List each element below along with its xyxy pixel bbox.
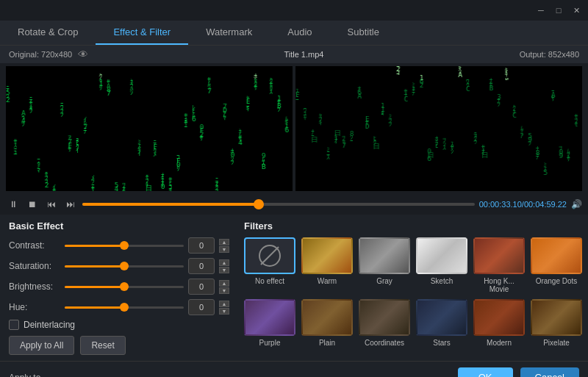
hue-spinner[interactable]: ▲ ▼	[219, 301, 229, 315]
filter-warm-label: Warm	[318, 277, 337, 285]
filters-grid: No effect Warm Gray Sketch Hong K... Mov…	[244, 237, 582, 347]
contrast-label: Contrast:	[9, 240, 60, 251]
filter-gray-label: Gray	[376, 277, 392, 285]
tab-subtitle[interactable]: Subtitle	[330, 21, 397, 45]
contrast-row: Contrast: 0 ▲ ▼	[9, 237, 229, 254]
filter-orange-dots-thumb	[531, 237, 582, 274]
filter-hongk-thumb	[473, 237, 525, 274]
ok-button[interactable]: OK	[458, 367, 513, 377]
tab-audio[interactable]: Audio	[270, 21, 329, 45]
preview-video-panel	[295, 66, 582, 191]
filter-hongk-movie[interactable]: Hong K... Movie	[473, 237, 525, 293]
filter-pixelate-thumb	[531, 299, 582, 336]
eye-icon[interactable]: 👁	[78, 49, 88, 60]
apply-to-section: Apply to	[9, 373, 40, 378]
maximize-button[interactable]: □	[553, 4, 564, 16]
filter-pixelate-label: Pixelate	[543, 339, 570, 347]
brightness-label: Brightness:	[9, 281, 60, 292]
deinterlacing-checkbox[interactable]	[9, 320, 19, 330]
apply-to-label: Apply to	[9, 373, 40, 378]
hue-up[interactable]: ▲	[219, 301, 229, 307]
close-button[interactable]: ✕	[570, 4, 582, 16]
original-size-label: Original: 720x480	[9, 50, 72, 59]
filter-plain[interactable]: Plain	[301, 299, 353, 347]
bottom-section: Basic Effect Contrast: 0 ▲ ▼ Saturation:…	[0, 215, 588, 361]
contrast-down[interactable]: ▼	[219, 246, 229, 253]
cancel-button[interactable]: Cancel	[520, 367, 579, 377]
saturation-label: Saturation:	[9, 261, 60, 271]
volume-icon[interactable]: 🔊	[571, 199, 582, 209]
filter-warm[interactable]: Warm	[301, 237, 353, 293]
tab-effect-filter[interactable]: Effect & Filter	[96, 21, 188, 45]
filter-plain-thumb	[301, 299, 353, 336]
tab-rotate-crop[interactable]: Rotate & Crop	[0, 21, 96, 45]
progress-fill	[82, 203, 259, 206]
filters-title: Filters	[244, 220, 582, 231]
contrast-slider[interactable]	[65, 245, 184, 247]
minimize-button[interactable]: ─	[535, 4, 547, 16]
hue-down[interactable]: ▼	[219, 308, 229, 315]
saturation-down[interactable]: ▼	[219, 267, 229, 273]
original-video-panel	[6, 66, 293, 191]
tab-bar: Rotate & Crop Effect & Filter Watermark …	[0, 21, 588, 46]
playback-bar: ⏸ ⏹ ⏮ ⏭ 00:00:33.10/00:04:59.22 🔊	[0, 194, 588, 215]
next-button[interactable]: ⏭	[63, 197, 78, 212]
saturation-spinner[interactable]: ▲ ▼	[219, 259, 229, 273]
filter-warm-thumb	[301, 237, 353, 274]
tab-watermark[interactable]: Watermark	[188, 21, 270, 45]
deinterlacing-label: Deinterlacing	[24, 320, 75, 330]
time-display: 00:00:33.10/00:04:59.22	[479, 200, 567, 209]
filter-purple-label: Purple	[259, 339, 281, 347]
stop-button[interactable]: ⏹	[25, 197, 40, 212]
filter-modern[interactable]: Modern	[473, 299, 525, 347]
brightness-down[interactable]: ▼	[219, 287, 229, 294]
filter-sketch-label: Sketch	[431, 277, 453, 285]
basic-effect-panel: Basic Effect Contrast: 0 ▲ ▼ Saturation:…	[9, 220, 229, 355]
action-buttons: Apply to All Reset	[9, 336, 229, 355]
brightness-spinner[interactable]: ▲ ▼	[219, 280, 229, 294]
filter-gray[interactable]: Gray	[359, 237, 410, 293]
filter-no-effect-thumb	[244, 237, 295, 274]
saturation-up[interactable]: ▲	[219, 259, 229, 266]
filter-gray-thumb	[359, 237, 410, 274]
bottom-bar: Apply to OK Cancel	[0, 361, 588, 377]
progress-track[interactable]	[82, 203, 475, 206]
filter-no-effect-label: No effect	[255, 277, 284, 285]
filter-modern-thumb	[473, 299, 525, 336]
filter-stars-thumb	[416, 299, 467, 336]
reset-button[interactable]: Reset	[80, 336, 125, 355]
video-header: Original: 720x480 👁 Title 1.mp4 Output: …	[0, 46, 588, 63]
filter-orange-dots[interactable]: Orange Dots	[531, 237, 582, 293]
brightness-value: 0	[188, 279, 215, 295]
hue-slider[interactable]	[65, 306, 184, 309]
filter-pixelate[interactable]: Pixelate	[531, 299, 582, 347]
apply-all-button[interactable]: Apply to All	[9, 336, 74, 355]
filter-stars[interactable]: Stars	[416, 299, 467, 347]
contrast-up[interactable]: ▲	[219, 239, 229, 245]
hue-value: 0	[188, 299, 215, 315]
saturation-row: Saturation: 0 ▲ ▼	[9, 258, 229, 274]
contrast-value: 0	[188, 237, 215, 254]
title-bar: ─ □ ✕	[0, 0, 588, 21]
output-size-label: Output: 852x480	[520, 50, 579, 59]
contrast-spinner[interactable]: ▲ ▼	[219, 239, 229, 253]
hue-label: Hue:	[9, 302, 60, 312]
filter-no-effect[interactable]: No effect	[244, 237, 295, 293]
saturation-slider[interactable]	[65, 265, 184, 268]
filter-plain-label: Plain	[319, 339, 335, 347]
filter-purple[interactable]: Purple	[244, 299, 295, 347]
filter-modern-label: Modern	[487, 339, 512, 347]
video-title: Title 1.mp4	[284, 50, 323, 59]
hue-row: Hue: 0 ▲ ▼	[9, 299, 229, 315]
deinterlacing-row: Deinterlacing	[9, 320, 229, 330]
filter-sketch[interactable]: Sketch	[416, 237, 467, 293]
pause-button[interactable]: ⏸	[6, 197, 21, 212]
no-effect-icon	[259, 245, 281, 267]
brightness-slider[interactable]	[65, 286, 184, 288]
brightness-up[interactable]: ▲	[219, 280, 229, 287]
filter-coordinates[interactable]: Coordinates	[359, 299, 410, 347]
filter-sketch-thumb	[416, 237, 467, 274]
prev-button[interactable]: ⏮	[44, 197, 59, 212]
filter-stars-label: Stars	[433, 339, 450, 347]
filter-hongk-label: Hong K... Movie	[473, 277, 525, 293]
